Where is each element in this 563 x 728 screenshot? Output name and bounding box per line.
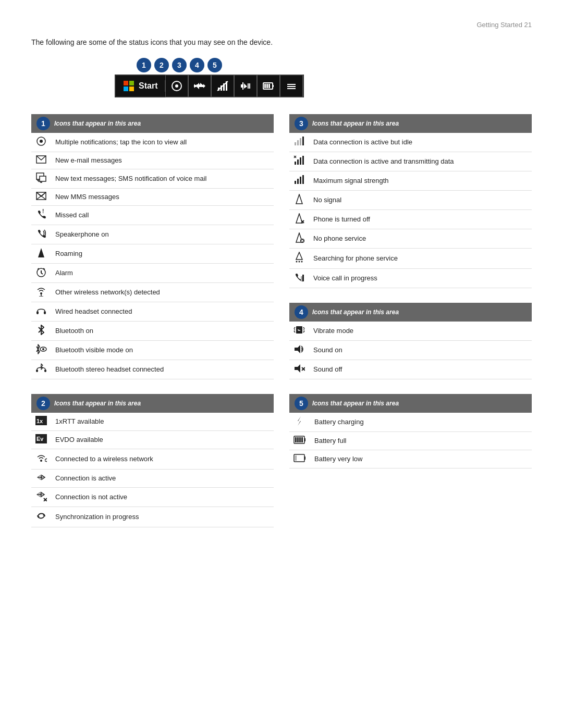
icon-battery-full [289,432,310,450]
desc-max-signal: Maximum signal strength [309,171,532,191]
table-row: Vibrate mode [289,322,532,341]
table-row: Maximum signal strength [289,171,532,191]
desc-multiple-notif: Multiple notifications; tap the icon to … [51,133,274,152]
svg-rect-0 [124,81,128,85]
statusbar-icons [165,75,303,97]
icon-phone-off [289,210,309,229]
icon-bt-stereo-headset [31,360,51,379]
icon-max-signal [289,171,309,191]
desc-searching: Searching for phone service [309,249,532,269]
svg-text:Ev: Ev [36,436,44,442]
svg-rect-13 [273,85,274,87]
icon-sync [31,507,51,527]
svg-point-38 [42,348,44,350]
table-row: Bluetooth visible mode on [31,341,274,360]
svg-rect-3 [129,87,134,91]
icon-wired-headset [31,302,51,322]
svg-line-76 [303,331,304,332]
desc-vibrate: Vibrate mode [309,322,532,341]
circle-3: 3 [172,58,187,72]
section-5-header: 5 Icons that appear in this area [289,394,532,413]
svg-rect-48 [295,142,296,145]
desc-email: New e-mail messages [51,152,274,169]
svg-point-45 [40,460,42,462]
svg-rect-51 [302,137,304,145]
statusbar-icon-6 [280,75,303,97]
table-row: Data connection is active and transmitti… [289,152,532,171]
svg-rect-69 [302,275,304,281]
svg-rect-11 [249,83,250,89]
svg-marker-26 [38,248,44,257]
table-row: Battery very low [289,450,532,468]
svg-rect-68 [301,276,302,281]
desc-speakerphone: Speakerphone on [51,225,274,244]
section-1: 1 Icons that appear in this area Multipl… [31,114,274,379]
svg-rect-53 [297,159,299,165]
section-3-table: Data connection is active but idle Data … [289,133,532,288]
desc-wireless-detected: Other wireless network(s) detected [51,283,274,302]
icon-sound-off [289,360,309,379]
section-4-table: Vibrate mode Sound on [289,322,532,379]
section-2-header: 2 Icons that appear in this area [31,394,274,413]
statusbar-icon-4 [234,75,257,97]
section-3-title: Icons that appear in this area [312,120,399,127]
svg-rect-54 [300,157,301,165]
icon-no-signal [289,191,309,210]
desc-no-service: No phone service [309,229,532,249]
desc-roaming: Roaming [51,244,274,264]
svg-rect-57 [297,179,299,184]
section-1-number: 1 [36,117,50,130]
section-2: 2 Icons that appear in this area 1x 1xRT… [31,394,274,527]
icon-connection-active [31,470,51,488]
svg-point-65 [296,261,298,263]
svg-rect-2 [124,87,128,91]
table-row: Roaming [31,244,274,264]
icon-battery-charging [289,413,310,432]
icon-sound-on [289,341,309,360]
desc-sync: Synchronization in progress [51,507,274,527]
section-1-title: Icons that appear in this area [54,120,141,127]
table-row: Connection is not active [31,488,274,507]
desc-wired-headset: Wired headset connected [51,302,274,322]
svg-line-71 [294,327,295,329]
svg-rect-36 [44,311,46,314]
icon-evdo: Ev [31,431,51,449]
svg-rect-84 [304,438,305,441]
section-2-table: 1x 1xRTT available Ev EVDO available [31,413,274,527]
circle-2: 2 [154,58,169,72]
section-2-number: 2 [36,397,50,410]
desc-battery-low: Battery very low [310,450,532,468]
desc-battery-charging: Battery charging [310,413,532,432]
icon-connected-wireless [31,449,51,470]
desc-connected-wireless: Connected to a wireless network [51,449,274,470]
table-row: ! Missed call [31,206,274,225]
section-4-header: 4 Icons that appear in this area [289,303,532,322]
svg-rect-87 [299,437,301,442]
icon-searching [289,249,309,269]
icon-multiple-notif [31,133,51,152]
desc-data-active: Data connection is active and transmitti… [309,152,532,171]
table-row: New e-mail messages [31,152,274,169]
main-columns: 1 Icons that appear in this area Multipl… [31,114,532,542]
table-row: Multiple notifications; tap the icon to … [31,133,274,152]
svg-rect-85 [295,437,297,442]
desc-1xrtt: 1xRTT available [51,413,274,431]
icon-bluetooth-visible [31,341,51,360]
statusbar-icon-5 [257,75,280,97]
statusbar-row: Start [115,75,304,97]
table-row: New text messages; SMS notification of v… [31,169,274,189]
svg-rect-86 [297,437,299,442]
svg-text:!: ! [42,209,44,214]
section-2-title: Icons that appear in this area [54,400,141,407]
icon-speakerphone [31,225,51,244]
svg-rect-50 [300,138,301,145]
desc-bt-stereo-headset: Bluetooth stereo headset connected [51,360,274,379]
svg-rect-1 [129,81,134,85]
svg-point-18 [40,140,43,143]
icon-1xrtt: 1x [31,413,51,431]
desc-voice-call: Voice call in progress [309,269,532,288]
desc-data-idle: Data connection is active but idle [309,133,532,152]
table-row: Battery full [289,432,532,450]
svg-text:1x: 1x [36,418,43,424]
desc-battery-full: Battery full [310,432,532,450]
